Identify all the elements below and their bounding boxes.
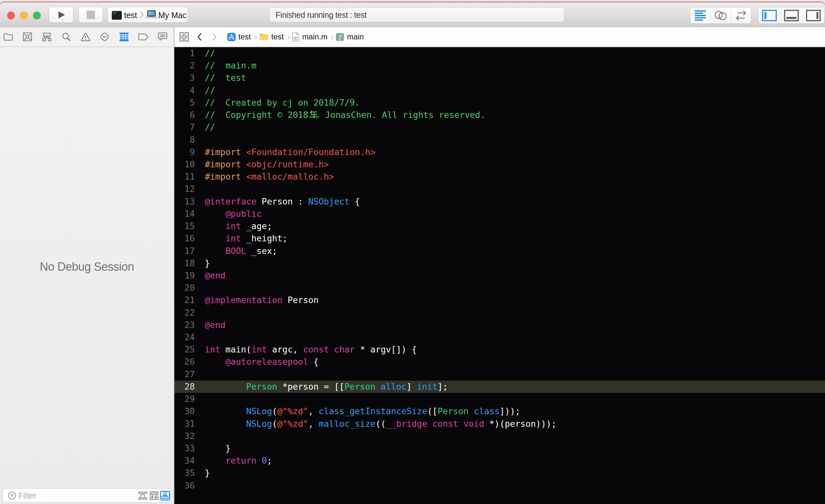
code-line-6[interactable]: 6// Copyright © 2018 JonasChen. All righ… (174, 109, 825, 121)
code-text: return 0; (205, 454, 272, 467)
code-text: // (205, 84, 215, 96)
line-number: 32 (174, 430, 195, 442)
source-control-tab[interactable] (18, 27, 37, 47)
code-area[interactable]: 1//2// main.m3// test4//5// Created by c… (174, 47, 825, 492)
scheme-destination: My Mac (158, 11, 187, 20)
debug-navigator-panel: No Debug Session Filter (0, 47, 174, 504)
code-line-9[interactable]: 9#import <Foundation/Foundation.h> (174, 146, 825, 158)
code-line-1[interactable]: 1// (174, 47, 825, 60)
debug-area-toggle-button[interactable] (780, 7, 802, 23)
minimize-button[interactable] (20, 12, 28, 19)
line-number: 4 (174, 84, 195, 96)
code-text: #import <malloc/malloc.h> (205, 170, 334, 183)
code-line-13[interactable]: 13@interface Person : NSObject { (174, 196, 825, 208)
code-line-25[interactable]: 25int main(int argc, const char * argv[]… (174, 344, 825, 356)
breadcrumb-group[interactable]: test (259, 32, 284, 41)
code-line-32[interactable]: 32 (174, 430, 825, 442)
zoom-button[interactable] (33, 12, 41, 19)
code-line-4[interactable]: 4// (174, 84, 825, 96)
code-line-18[interactable]: 18} (174, 257, 825, 270)
related-items-icon[interactable] (179, 32, 189, 42)
stop-button[interactable] (79, 7, 103, 23)
report-navigator-tab[interactable] (153, 27, 172, 47)
line-number: 3 (174, 72, 195, 84)
project-navigator-tab[interactable] (0, 27, 18, 47)
assistant-editor-button[interactable] (710, 7, 731, 23)
code-text: #import <objc/runtime.h> (205, 158, 329, 170)
breadcrumb-project[interactable]: test (227, 32, 251, 41)
code-line-12[interactable]: 12 (174, 183, 825, 195)
view-hierarchy-icon[interactable] (160, 491, 170, 500)
code-line-30[interactable]: 30 NSLog(@"%zd", class_getInstanceSize([… (174, 405, 825, 417)
code-line-3[interactable]: 3// test (174, 72, 825, 84)
code-text: #import <Foundation/Foundation.h> (205, 146, 375, 158)
breakpoint-navigator-icon (138, 33, 148, 41)
code-line-22[interactable]: 22 (174, 307, 825, 319)
code-line-16[interactable]: 16 int _height; (174, 232, 825, 244)
find-navigator-tab[interactable] (57, 27, 76, 47)
source-control-icon (23, 32, 32, 41)
code-line-19[interactable]: 19@end (174, 270, 825, 282)
code-line-24[interactable]: 24 (174, 331, 825, 344)
breadcrumb-file[interactable]: m main.m (292, 32, 327, 41)
code-line-20[interactable]: 20 (174, 282, 825, 294)
inspector-panel-icon (806, 10, 821, 21)
code-line-7[interactable]: 7// (174, 121, 825, 133)
filter-input[interactable]: Filter (18, 491, 36, 500)
project-navigator-icon (4, 32, 13, 41)
code-text: // (205, 121, 215, 133)
code-text: NSLog(@"%zd", malloc_size((__bridge cons… (205, 418, 556, 430)
code-text: } (205, 442, 231, 454)
view-by-thread-icon[interactable] (139, 491, 147, 500)
find-navigator-icon (62, 32, 71, 41)
breadcrumb-symbol[interactable]: f main (335, 32, 364, 41)
code-line-5[interactable]: 5// Created by cj on 2018/7/9. (174, 96, 825, 109)
code-line-21[interactable]: 21@implementation Person (174, 294, 825, 306)
inspector-toggle-button[interactable] (802, 7, 824, 23)
toolbar: test My Mac Finished running test : test (0, 2, 825, 27)
navigator-toggle-button[interactable] (758, 7, 780, 23)
code-line-28[interactable]: 28 Person *person = [[Person alloc] init… (174, 380, 825, 393)
code-text: } (205, 257, 210, 270)
debug-navigator-tab[interactable] (115, 27, 134, 47)
code-line-33[interactable]: 33 } (174, 442, 825, 454)
source-editor[interactable]: 1//2// main.m3// test4//5// Created by c… (174, 47, 825, 504)
code-line-36[interactable]: 36 (174, 480, 825, 492)
code-line-11[interactable]: 11#import <malloc/malloc.h> (174, 170, 825, 183)
back-button[interactable] (197, 32, 202, 41)
code-line-8[interactable]: 8 (174, 134, 825, 146)
code-line-34[interactable]: 34 return 0; (174, 454, 825, 467)
code-line-23[interactable]: 23@end (174, 319, 825, 331)
code-line-14[interactable]: 14 @public (174, 208, 825, 220)
test-navigator-tab[interactable] (95, 27, 115, 47)
line-number: 29 (174, 393, 195, 405)
code-line-29[interactable]: 29 (174, 393, 825, 405)
code-line-27[interactable]: 27 (174, 368, 825, 380)
line-number: 6 (174, 109, 195, 121)
issue-navigator-tab[interactable] (76, 27, 95, 47)
line-number: 19 (174, 270, 195, 282)
code-line-35[interactable]: 35} (174, 467, 825, 479)
view-by-queue-icon[interactable] (150, 491, 158, 500)
scheme-selector[interactable]: test My Mac (107, 7, 188, 23)
symbol-navigator-tab[interactable] (37, 27, 57, 47)
code-line-17[interactable]: 17 BOOL _sex; (174, 245, 825, 257)
version-editor-icon (735, 10, 747, 21)
code-text: @end (205, 319, 225, 331)
laptop-icon (145, 10, 158, 20)
code-line-26[interactable]: 26 @autoreleasepool { (174, 356, 825, 368)
filter-bar[interactable]: Filter (3, 489, 170, 502)
stop-icon (87, 11, 95, 19)
line-number: 18 (174, 257, 195, 270)
line-number: 23 (174, 319, 195, 331)
code-line-10[interactable]: 10#import <objc/runtime.h> (174, 158, 825, 170)
standard-editor-button[interactable] (690, 7, 710, 23)
breakpoint-navigator-tab[interactable] (134, 27, 153, 47)
run-button[interactable] (49, 7, 73, 23)
forward-button[interactable] (212, 32, 217, 41)
version-editor-button[interactable] (731, 7, 751, 23)
code-line-15[interactable]: 15 int _age; (174, 220, 825, 232)
code-line-31[interactable]: 31 NSLog(@"%zd", malloc_size((__bridge c… (174, 418, 825, 430)
code-line-2[interactable]: 2// main.m (174, 60, 825, 72)
close-button[interactable] (7, 12, 15, 19)
